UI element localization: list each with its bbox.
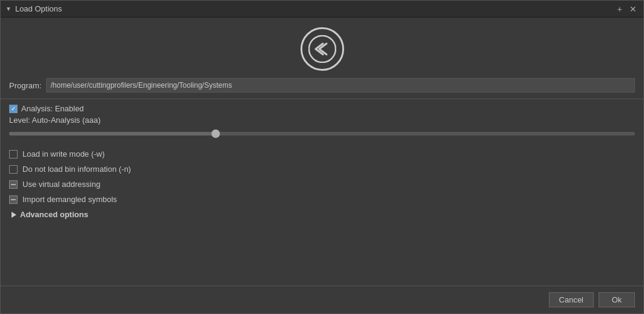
- title-bar-plus-btn[interactable]: +: [616, 4, 624, 14]
- logo-circle: [300, 27, 344, 71]
- option-row-write-mode: Load in write mode (-w): [9, 146, 635, 162]
- write-mode-checkbox[interactable]: [9, 150, 18, 159]
- svg-point-0: [309, 36, 336, 62]
- advanced-options-triangle-icon: [12, 212, 16, 218]
- title-bar-left: ▼ Load Options: [5, 4, 62, 13]
- analysis-slider[interactable]: [9, 132, 635, 136]
- program-input[interactable]: [46, 78, 635, 93]
- options-section: Load in write mode (-w) Do not load bin …: [1, 144, 643, 286]
- no-bin-label: Do not load bin information (-n): [22, 165, 131, 174]
- virtual-addr-label: Use virtual addressing: [22, 180, 101, 189]
- option-row-demangled: Import demangled symbols: [9, 192, 635, 207]
- program-label: Program:: [9, 81, 41, 90]
- logo-section: [1, 18, 643, 78]
- slider-track: [9, 132, 216, 136]
- analysis-section: Analysis: Enabled Level: Auto-Analysis (…: [1, 104, 643, 132]
- load-options-dialog: ▼ Load Options + ✕ Program:: [0, 0, 644, 314]
- analysis-row: Analysis: Enabled: [9, 104, 635, 113]
- dialog-footer: Cancel Ok: [1, 286, 643, 313]
- advanced-options-row[interactable]: Advanced options: [9, 207, 635, 222]
- demangled-label: Import demangled symbols: [22, 195, 117, 204]
- title-bar-title: Load Options: [15, 4, 62, 13]
- title-bar-icon: ▼: [5, 5, 12, 12]
- dialog-body: Program: Analysis: Enabled Level: Auto-A…: [1, 18, 643, 286]
- demangled-checkbox[interactable]: [9, 195, 18, 204]
- logo-svg: [308, 35, 336, 63]
- title-bar-controls: + ✕: [616, 4, 639, 14]
- slider-container: [1, 132, 643, 144]
- analysis-enabled-label: Analysis: Enabled: [21, 104, 84, 113]
- virtual-addr-checkbox[interactable]: [9, 180, 18, 189]
- title-bar: ▼ Load Options + ✕: [1, 1, 643, 18]
- ok-button[interactable]: Ok: [599, 292, 635, 307]
- level-row: Level: Auto-Analysis (aaa): [9, 116, 635, 125]
- option-row-virtual-addr: Use virtual addressing: [9, 177, 635, 192]
- separator-1: [1, 99, 643, 99]
- program-row: Program:: [1, 78, 643, 99]
- advanced-options-label: Advanced options: [20, 210, 88, 219]
- logo-icon: [308, 35, 336, 63]
- slider-thumb[interactable]: [211, 129, 220, 138]
- write-mode-label: Load in write mode (-w): [22, 149, 105, 159]
- title-bar-close-btn[interactable]: ✕: [628, 4, 639, 14]
- option-row-no-bin: Do not load bin information (-n): [9, 162, 635, 177]
- no-bin-checkbox[interactable]: [9, 165, 18, 174]
- analysis-enabled-checkbox[interactable]: [9, 105, 18, 113]
- cancel-button[interactable]: Cancel: [549, 292, 594, 307]
- level-label: Level: Auto-Analysis (aaa): [9, 116, 101, 125]
